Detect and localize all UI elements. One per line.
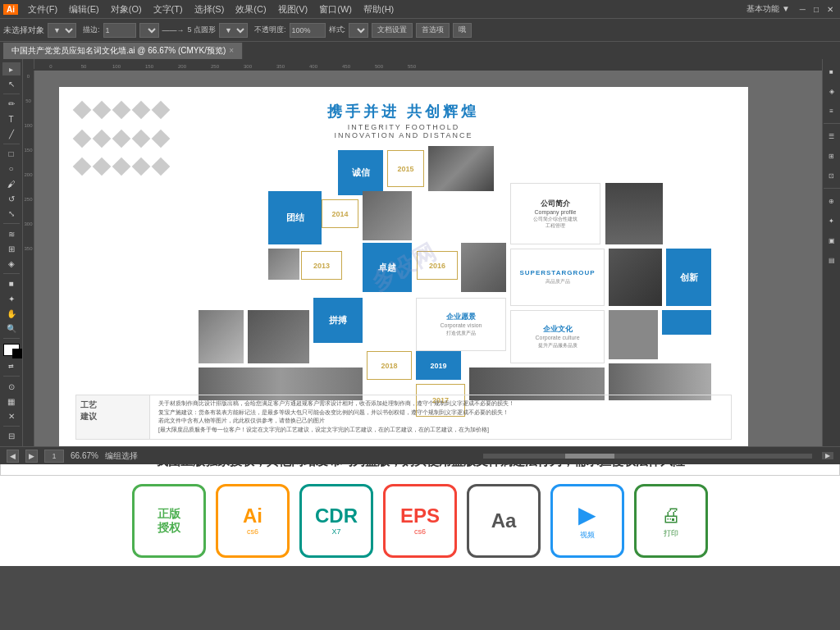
tab-close-btn[interactable]: × bbox=[229, 46, 234, 55]
photo-block-6 bbox=[609, 249, 662, 306]
menu-text[interactable]: 文字(T) bbox=[148, 2, 188, 17]
rect-tool[interactable]: □ bbox=[2, 148, 21, 161]
layers-btn[interactable]: ☰ bbox=[823, 127, 841, 145]
doc-settings-btn[interactable]: 文档设置 bbox=[372, 23, 413, 38]
menu-effect[interactable]: 效果(C) bbox=[231, 2, 271, 17]
fill-stroke-selector[interactable] bbox=[3, 344, 20, 356]
swatches-btn[interactable]: ▣ bbox=[823, 231, 841, 249]
free-transform[interactable]: ⊞ bbox=[2, 242, 21, 255]
close-btn[interactable]: ✕ bbox=[824, 5, 837, 14]
appearance-btn[interactable]: ◈ bbox=[823, 82, 841, 100]
ruler-tick-10: 450 bbox=[330, 64, 363, 69]
shape-select[interactable]: ▼ bbox=[219, 23, 248, 38]
hand-tool[interactable]: ✋ bbox=[2, 307, 21, 320]
format-icon-cdr: CDR X7 bbox=[299, 484, 373, 558]
opacity-input[interactable] bbox=[290, 23, 326, 38]
ellipse-tool[interactable]: ○ bbox=[2, 162, 21, 176]
photo-block-1 bbox=[428, 146, 494, 191]
culture-block: 企业文化 Corporate culture 提升产品服务品质 bbox=[510, 310, 605, 363]
ruler-v-tick-4: 150 bbox=[23, 148, 34, 153]
ruler-v-tick-6: 250 bbox=[23, 197, 34, 202]
company-profile-content: 公司简介 Company profile 公司简介综合性建筑工程管理 bbox=[533, 199, 578, 230]
select-dropdown[interactable]: ▼ bbox=[48, 23, 76, 38]
ruler-v-tick-8: 350 bbox=[23, 246, 34, 251]
year-2019-block: 2019 bbox=[416, 351, 461, 380]
swap-fill-stroke[interactable]: ⇄ bbox=[2, 359, 21, 372]
select-tool[interactable]: ▸ bbox=[2, 62, 21, 75]
document-tab[interactable]: 中国共产党党员应知名词文化墙.ai @ 66.67% (CMYK/预览) × bbox=[3, 43, 243, 59]
width-input[interactable] bbox=[103, 23, 136, 38]
artboard-background[interactable]: 携手并进 共创辉煌 INTEGRITY FOOTHOLDINNOVATION A… bbox=[34, 71, 822, 446]
menu-help[interactable]: 帮助(H) bbox=[358, 2, 399, 17]
gradient-mode-btn[interactable]: ▦ bbox=[2, 395, 21, 408]
align-btn[interactable]: ⊞ bbox=[823, 147, 841, 165]
bottom-info-text: 关于材质制作商比设计排版出稿，会给您满足客户方通超规客户需求设计相对，收否添加处… bbox=[158, 399, 723, 434]
first-item-btn[interactable]: 首选项 bbox=[416, 23, 450, 38]
year-2016-block: 2016 bbox=[417, 251, 458, 280]
mission-en: Corporate vision bbox=[441, 322, 482, 328]
scroll-right-btn[interactable]: ▶ bbox=[822, 452, 833, 459]
zoom-display: 66.67% bbox=[71, 451, 98, 460]
screen-mode-btn[interactable]: ⊟ bbox=[2, 430, 21, 443]
ruler-tick-7: 300 bbox=[231, 64, 264, 69]
ruler-v-tick-1: 0 bbox=[23, 74, 34, 79]
craft-title: 工艺建议 bbox=[80, 399, 145, 422]
type-tool[interactable]: T bbox=[2, 112, 21, 126]
menu-object[interactable]: 对象(O) bbox=[106, 2, 147, 17]
stroke-panel-btn[interactable]: ≡ bbox=[823, 102, 841, 120]
menu-select[interactable]: 选择(S) bbox=[189, 2, 230, 17]
warp-tool[interactable]: ≋ bbox=[2, 227, 21, 240]
gradient-tool[interactable]: ■ bbox=[2, 277, 21, 290]
line-tool[interactable]: ╱ bbox=[2, 127, 21, 140]
year-2014-block: 2014 bbox=[322, 199, 358, 228]
symbols-btn[interactable]: ⊕ bbox=[823, 192, 841, 210]
format-icon-video: ▶ 视频 bbox=[550, 484, 624, 558]
menu-window[interactable]: 窗口(W) bbox=[314, 2, 357, 17]
gradient-panel-btn[interactable]: ▤ bbox=[823, 251, 841, 269]
direct-select-tool[interactable]: ↖ bbox=[2, 77, 21, 90]
menu-file[interactable]: 文件(F) bbox=[23, 2, 62, 17]
page-input[interactable] bbox=[44, 450, 64, 463]
style-label: 样式: bbox=[329, 25, 346, 35]
brush-tool[interactable]: 🖌 bbox=[2, 177, 21, 190]
brushes-btn[interactable]: ✦ bbox=[823, 212, 841, 230]
minimize-btn[interactable]: ─ bbox=[797, 5, 809, 14]
h-scrollbar-track[interactable] bbox=[483, 454, 812, 459]
zoom-tool[interactable]: 🔍 bbox=[2, 322, 21, 335]
eps-icon-sub: cs6 bbox=[414, 527, 426, 536]
tab-label: 中国共产党党员应知名词文化墙.ai @ 66.67% (CMYK/预览) bbox=[11, 45, 226, 57]
maximize-btn[interactable]: □ bbox=[810, 5, 822, 14]
menu-view[interactable]: 视图(V) bbox=[273, 2, 313, 17]
unit-select[interactable]: pt bbox=[139, 23, 159, 38]
none-mode-btn[interactable]: ✕ bbox=[2, 409, 21, 422]
tool-divider-1 bbox=[3, 94, 20, 94]
nav-next-btn[interactable]: ▶ bbox=[25, 450, 38, 463]
arrow-label: ——→ bbox=[162, 26, 185, 34]
rotate-tool[interactable]: ↺ bbox=[2, 192, 21, 205]
ruler-tick-3: 100 bbox=[100, 64, 133, 69]
color-panel-btn[interactable]: ■ bbox=[823, 62, 841, 80]
color-mode-btn[interactable]: ⊙ bbox=[2, 380, 21, 393]
ruler-v-tick-2: 50 bbox=[23, 98, 34, 103]
ruler-tick-2: 50 bbox=[67, 64, 100, 69]
pen-tool[interactable]: ✏ bbox=[2, 98, 21, 111]
menu-edit[interactable]: 编辑(E) bbox=[64, 2, 104, 17]
bottom-info-right: 关于材质制作商比设计排版出稿，会给您满足客户方通超规客户需求设计相对，收否添加处… bbox=[150, 395, 731, 439]
right-divider-2 bbox=[824, 188, 840, 189]
chengxin-text: 诚信 bbox=[352, 167, 370, 179]
nav-prev-btn[interactable]: ◀ bbox=[7, 450, 19, 463]
opacity-label: 不透明度: bbox=[254, 25, 286, 35]
shape-label: 5 点圆形 bbox=[188, 25, 217, 35]
style-select[interactable]: ▼ bbox=[349, 23, 368, 38]
scale-tool[interactable]: ⤡ bbox=[2, 207, 21, 220]
pathfinder-tool[interactable]: ◈ bbox=[2, 257, 21, 270]
tuanjie-text: 团结 bbox=[286, 212, 304, 224]
year-2015-block: 2015 bbox=[387, 150, 424, 187]
photo-block-2 bbox=[363, 191, 412, 240]
eyedropper-tool[interactable]: ✦ bbox=[2, 292, 21, 305]
transform-btn[interactable]: ⊡ bbox=[823, 167, 841, 185]
extra-btn[interactable]: 哦 bbox=[453, 23, 472, 38]
print-icon-sub: 打印 bbox=[664, 528, 678, 539]
canvas-area[interactable]: 0 50 100 150 200 250 300 350 400 450 500… bbox=[23, 59, 822, 446]
h-scrollbar-thumb[interactable] bbox=[565, 454, 614, 459]
